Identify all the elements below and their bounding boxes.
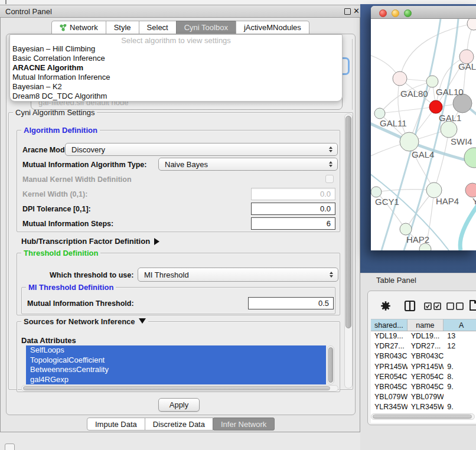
settings-scrollbar[interactable]: [344, 113, 353, 389]
node-label: GAL: [458, 61, 476, 71]
sources-hscrollbar[interactable]: [21, 385, 338, 392]
table-cell: [444, 392, 476, 402]
table-cell: YPR145W: [407, 362, 444, 372]
table-row[interactable]: YBR043CYBR043C: [371, 351, 476, 361]
dpi-tolerance-field[interactable]: 0.0: [251, 203, 335, 215]
show-checked-columns-icon[interactable]: [424, 302, 442, 312]
node-table[interactable]: shared...nameA YDL19...YDL19...13YDR27..…: [371, 319, 476, 423]
control-panel-titlebar[interactable]: Control Panel: [0, 5, 360, 18]
which-threshold-combo[interactable]: MI Threshold: [138, 268, 338, 282]
mi-steps-field[interactable]: 6: [251, 217, 335, 230]
algorithm-option[interactable]: Dream8 DC_TDC Algorithm: [10, 92, 342, 101]
hub-definition-label: Hub/Transcription Factor Definition: [21, 237, 150, 246]
column-header-2[interactable]: name: [407, 319, 444, 331]
table-row[interactable]: YLR345WYLR345W9.: [371, 402, 476, 412]
algorithm-option[interactable]: Basic Correlation Inference: [10, 54, 342, 63]
apply-button[interactable]: Apply: [158, 398, 200, 412]
table-cell: YBR045C: [371, 382, 407, 392]
table-cell: [444, 351, 476, 361]
hub-definition-toggle[interactable]: Hub/Transcription Factor Definition: [21, 237, 159, 246]
algorithm-dropdown-list: Bayesian – Hill ClimbingBasic Correlatio…: [10, 44, 342, 101]
dpi-tolerance-label: DPI Tolerance [0,1]:: [22, 205, 91, 213]
table-row[interactable]: YER054CYER054C8.: [371, 372, 476, 382]
algorithm-option[interactable]: Mutual Information Inference: [10, 73, 342, 82]
bottom-tab-impute-data[interactable]: Impute Data: [87, 418, 145, 431]
network-node[interactable]: [393, 71, 407, 86]
mi-threshold-field[interactable]: 0.5: [248, 297, 334, 309]
control-panel-title: Control Panel: [5, 7, 52, 16]
network-edge: [380, 107, 436, 113]
tab-style[interactable]: Style: [106, 21, 139, 34]
algorithm-option[interactable]: Bayesian – Hill Climbing: [10, 44, 342, 54]
kernel-width-field[interactable]: 0.0: [251, 188, 335, 200]
tab-jactivemnodules[interactable]: jActiveMNodules: [236, 21, 309, 34]
table-row[interactable]: YPR145WYPR145W9.: [371, 362, 476, 372]
network-node[interactable]: [429, 100, 442, 113]
table-cell: 9.: [444, 402, 476, 412]
bottom-tab-infer-network[interactable]: Infer Network: [213, 418, 275, 431]
split-columns-icon[interactable]: [404, 300, 416, 314]
table-cell: YER054C: [371, 372, 407, 382]
sources-hscrollbar-thumb[interactable]: [23, 386, 330, 390]
bottom-tab-discretize-data[interactable]: Discretize Data: [145, 418, 213, 431]
table-hscrollbar[interactable]: [371, 413, 475, 420]
network-node[interactable]: [441, 121, 457, 138]
mi-algorithm-type-combo[interactable]: Naive Bayes: [158, 158, 338, 171]
network-canvas[interactable]: GALGAL80GAL10GAL1GAL11SWI4GAL4GCY1HAP4YH…: [371, 19, 476, 250]
tab-cyni-toolbox[interactable]: Cyni Toolbox: [176, 21, 236, 34]
attributes-scrollbar-thumb[interactable]: [328, 347, 333, 383]
table-panel-title: Table Panel: [376, 276, 416, 285]
zoom-traffic-light-icon[interactable]: [404, 9, 412, 17]
combo-stepper-icon: [329, 146, 332, 152]
node-label: HAP2: [406, 234, 429, 244]
minimize-traffic-light-icon[interactable]: [392, 9, 399, 17]
network-node[interactable]: [400, 223, 412, 235]
column-header-3[interactable]: A: [444, 319, 476, 331]
hide-unchecked-columns-icon[interactable]: [446, 302, 464, 312]
table-cell: YLR345W: [371, 402, 407, 412]
settings-scrollbar-thumb[interactable]: [345, 116, 351, 328]
table-cell: YBL079W: [371, 392, 407, 402]
manual-kernel-width-checkbox[interactable]: [325, 175, 334, 183]
attributes-scrollbar[interactable]: [327, 345, 334, 384]
table-row[interactable]: YBL079WYBL079W: [371, 392, 476, 402]
network-node[interactable]: [426, 76, 438, 87]
sources-toggle[interactable]: Sources for Network Inference: [21, 317, 148, 326]
network-edge: [376, 190, 434, 192]
close-icon[interactable]: ✕: [353, 6, 360, 15]
network-node[interactable]: [464, 148, 476, 168]
attribute-item[interactable]: BetweennessCentrality: [26, 365, 326, 375]
attribute-item[interactable]: SelfLoops: [26, 345, 326, 356]
document-icon[interactable]: [469, 299, 476, 314]
data-attributes-list[interactable]: SelfLoopsTopologicalCoefficientBetweenne…: [26, 345, 326, 384]
tab-network[interactable]: Network: [51, 21, 106, 34]
table-hscrollbar-thumb[interactable]: [373, 415, 472, 419]
node-label: HAP4: [436, 196, 459, 206]
table-cell: YBR043C: [371, 351, 407, 361]
cp-tab-bar: NetworkStyleSelectCyni ToolboxjActiveMNo…: [51, 21, 309, 34]
network-node[interactable]: [467, 19, 476, 30]
network-edge: [460, 204, 476, 250]
attribute-item[interactable]: TopologicalCoefficient: [26, 356, 326, 366]
attribute-item[interactable]: gal4RGexp: [26, 375, 326, 385]
gear-icon[interactable]: [380, 300, 392, 314]
algorithm-option[interactable]: Bayesian – K2: [10, 82, 342, 92]
network-node[interactable]: [400, 132, 419, 151]
close-traffic-light-icon[interactable]: [379, 9, 387, 17]
column-header-1[interactable]: shared...: [371, 319, 407, 331]
tab-select[interactable]: Select: [139, 21, 177, 34]
table-row[interactable]: YBR045CYBR045C9.: [371, 382, 476, 392]
table-row[interactable]: YDL19...YDL19...13: [371, 331, 476, 341]
manual-kernel-width-label: Manual Kernel Width Definition: [22, 175, 132, 184]
aracne-mode-combo[interactable]: Discovery: [65, 143, 338, 156]
table-row[interactable]: YDR27...YDR27...12: [371, 341, 476, 351]
algorithm-option[interactable]: ARACNE Algorithm: [10, 63, 342, 73]
mi-threshold-definition-title: MI Threshold Definition: [26, 283, 116, 292]
network-node[interactable]: [374, 108, 385, 119]
float-window-icon[interactable]: [344, 8, 351, 15]
table-cell: YDL19...: [407, 331, 444, 341]
node-label: GCY1: [375, 197, 399, 207]
node-label: GAL1: [439, 113, 461, 123]
network-node[interactable]: [371, 187, 382, 197]
network-node[interactable]: [465, 183, 476, 197]
